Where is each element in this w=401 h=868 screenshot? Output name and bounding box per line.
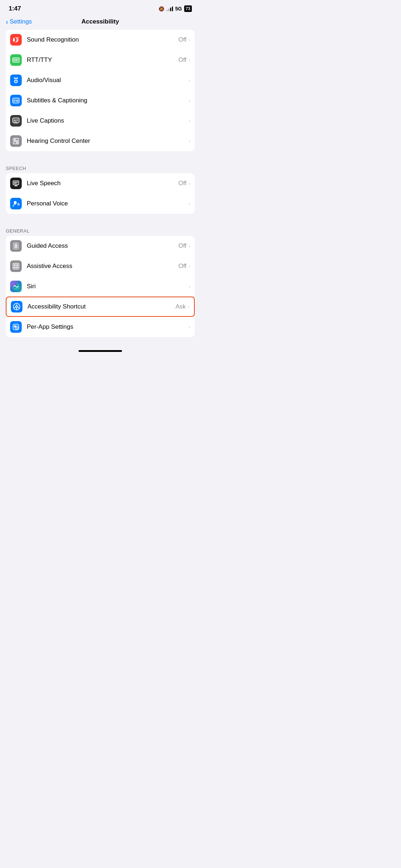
svg-point-25 xyxy=(14,139,16,140)
svg-rect-10 xyxy=(14,60,15,61)
section-general: GENERAL Guided AccessOff› Assistive Acce… xyxy=(0,222,200,337)
audio-visual-label: Audio/Visual xyxy=(27,77,61,84)
live-captions-label: Live Captions xyxy=(27,117,64,124)
svg-point-32 xyxy=(14,201,17,204)
home-indicator xyxy=(0,346,200,355)
assistive-access-value: Off xyxy=(178,263,186,270)
svg-line-47 xyxy=(18,307,19,308)
section-label-speech: SPEECH xyxy=(0,160,200,173)
section-speech: SPEECH Live SpeechOff› Personal Voice› xyxy=(0,160,200,214)
svg-point-35 xyxy=(16,246,16,247)
sound-recognition-icon xyxy=(10,34,22,46)
rtt-tty-icon xyxy=(10,54,22,66)
svg-rect-40 xyxy=(16,267,18,268)
subtitles-captioning-icon xyxy=(10,95,22,106)
guided-access-chevron-icon: › xyxy=(189,243,190,249)
list-item-live-captions[interactable]: Live Captions› xyxy=(6,111,195,131)
list-item-per-app-settings[interactable]: Per-App Settings› xyxy=(6,317,195,337)
accessibility-shortcut-label: Accessibility Shortcut xyxy=(28,303,86,310)
battery-level: 73 xyxy=(186,6,190,11)
svg-rect-30 xyxy=(14,183,17,184)
svg-rect-19 xyxy=(16,101,18,102)
rtt-tty-value: Off xyxy=(178,56,186,64)
list-group-hearing: Sound RecognitionOff› RTT/TTYOff› Audio/… xyxy=(6,30,195,151)
svg-rect-11 xyxy=(16,60,17,61)
svg-rect-15 xyxy=(13,98,19,103)
list-item-live-speech[interactable]: Live SpeechOff› xyxy=(6,173,195,193)
svg-rect-20 xyxy=(13,118,19,123)
status-right: 🔕 5G 73 xyxy=(159,5,192,12)
list-item-sound-recognition[interactable]: Sound RecognitionOff› xyxy=(6,30,195,50)
per-app-settings-label: Per-App Settings xyxy=(27,323,73,331)
svg-rect-6 xyxy=(16,59,16,60)
rtt-tty-label: RTT/TTY xyxy=(27,56,52,64)
svg-rect-24 xyxy=(13,138,19,141)
hearing-control-center-label: Hearing Control Center xyxy=(27,137,90,145)
personal-voice-label: Personal Voice xyxy=(27,200,68,207)
list-item-hearing-control-center[interactable]: Hearing Control Center› xyxy=(6,131,195,151)
guided-access-value: Off xyxy=(178,242,186,250)
live-captions-icon xyxy=(10,115,22,127)
personal-voice-chevron-icon: › xyxy=(189,201,190,207)
signal-bars xyxy=(166,7,173,11)
svg-rect-3 xyxy=(13,58,19,62)
svg-rect-26 xyxy=(13,141,19,144)
nav-header: ‹ Settings Accessibility xyxy=(0,15,200,30)
back-button[interactable]: ‹ Settings xyxy=(6,18,32,25)
mute-icon: 🔕 xyxy=(159,6,164,12)
status-time: 1:47 xyxy=(9,5,21,12)
list-group-general: Guided AccessOff› Assistive AccessOff› S… xyxy=(6,236,195,337)
svg-rect-4 xyxy=(13,59,14,60)
section-hearing: Sound RecognitionOff› RTT/TTYOff› Audio/… xyxy=(0,30,200,151)
svg-rect-0 xyxy=(13,38,15,42)
svg-rect-23 xyxy=(14,121,17,122)
accessibility-shortcut-icon xyxy=(11,301,22,312)
svg-rect-50 xyxy=(14,326,16,327)
list-item-siri[interactable]: Siri› xyxy=(6,276,195,297)
rtt-tty-chevron-icon: › xyxy=(189,57,190,63)
svg-rect-18 xyxy=(13,101,15,102)
list-item-subtitles-captioning[interactable]: Subtitles & Captioning› xyxy=(6,90,195,111)
subtitles-captioning-label: Subtitles & Captioning xyxy=(27,97,87,104)
accessibility-shortcut-value: Ask xyxy=(176,303,186,310)
back-chevron-icon: ‹ xyxy=(6,18,8,25)
svg-line-46 xyxy=(14,307,16,308)
network-type: 5G xyxy=(175,6,182,12)
list-item-accessibility-shortcut[interactable]: Accessibility ShortcutAsk› xyxy=(6,297,195,317)
list-item-personal-voice[interactable]: Personal Voice› xyxy=(6,193,195,214)
per-app-settings-chevron-icon: › xyxy=(189,324,190,330)
svg-rect-9 xyxy=(13,60,14,61)
svg-rect-36 xyxy=(13,263,19,269)
sound-recognition-chevron-icon: › xyxy=(189,37,190,43)
svg-rect-14 xyxy=(15,78,17,79)
battery-indicator: 73 xyxy=(184,5,192,12)
list-item-assistive-access[interactable]: Assistive AccessOff› xyxy=(6,256,195,276)
home-bar xyxy=(79,350,122,352)
assistive-access-icon xyxy=(10,260,22,272)
page-title: Accessibility xyxy=(81,18,119,25)
per-app-settings-icon xyxy=(10,321,22,333)
accessibility-shortcut-chevron-icon: › xyxy=(188,304,190,310)
svg-rect-38 xyxy=(16,264,18,266)
svg-rect-28 xyxy=(13,181,19,185)
list-item-rtt-tty[interactable]: RTT/TTYOff› xyxy=(6,50,195,70)
assistive-access-chevron-icon: › xyxy=(189,263,190,269)
live-captions-chevron-icon: › xyxy=(189,118,190,124)
list-item-guided-access[interactable]: Guided AccessOff› xyxy=(6,236,195,256)
subtitles-captioning-chevron-icon: › xyxy=(189,98,190,103)
audio-visual-icon xyxy=(10,75,22,86)
svg-rect-17 xyxy=(16,100,18,101)
hearing-control-center-icon xyxy=(10,135,22,147)
siri-chevron-icon: › xyxy=(189,284,190,289)
settings-container: Sound RecognitionOff› RTT/TTYOff› Audio/… xyxy=(0,30,200,337)
audio-visual-chevron-icon: › xyxy=(189,77,190,83)
svg-rect-29 xyxy=(14,182,18,183)
live-speech-value: Off xyxy=(178,180,186,187)
back-label: Settings xyxy=(10,18,32,25)
svg-rect-8 xyxy=(18,59,18,60)
list-item-audio-visual[interactable]: Audio/Visual› xyxy=(6,70,195,90)
siri-label: Siri xyxy=(27,283,36,290)
live-speech-icon xyxy=(10,178,22,189)
sound-recognition-value: Off xyxy=(178,36,186,43)
hearing-control-center-chevron-icon: › xyxy=(189,138,190,144)
